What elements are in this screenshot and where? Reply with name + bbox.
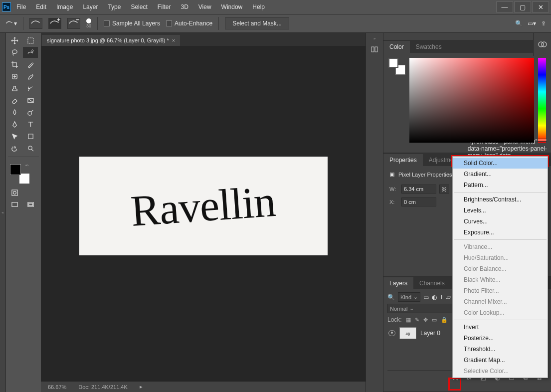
collapse-panels-icon[interactable]: » (383, 33, 551, 40)
menu-curves[interactable]: Curves... (453, 216, 548, 227)
sample-all-layers-checkbox[interactable]: Sample All Layers (104, 20, 160, 27)
width-input[interactable] (401, 185, 436, 194)
menu-solid-color[interactable]: Solid Color... (453, 158, 548, 169)
layers-tab[interactable]: Layers (383, 277, 413, 289)
swap-colors-icon[interactable]: ⤺ (25, 163, 29, 168)
search-icon[interactable]: 🔍 (515, 20, 523, 27)
properties-tab[interactable]: Properties (383, 154, 423, 166)
lock-brush-icon[interactable]: ✎ (415, 317, 419, 323)
layer-filter-kind[interactable]: Kind⌄ (398, 292, 420, 302)
menu-gradient-map[interactable]: Gradient Map... (453, 355, 548, 366)
menu-image[interactable]: Image (52, 1, 77, 12)
crop-tool-icon[interactable] (7, 59, 22, 70)
menu-selective-color[interactable]: Selective Color... (453, 366, 548, 377)
menu-file[interactable]: File (12, 1, 30, 12)
close-button[interactable]: ✕ (532, 1, 549, 12)
color-tab[interactable]: Color (383, 41, 410, 53)
menu-black-white[interactable]: Black White... (453, 274, 548, 285)
menu-vibrance[interactable]: Vibrance... (453, 241, 548, 252)
hue-slider[interactable] (538, 58, 546, 143)
brush-size-preview[interactable]: 30 (86, 18, 91, 28)
filter-shape-icon[interactable]: ▱ (446, 294, 451, 301)
quick-selection-tool-icon[interactable] (23, 47, 38, 58)
menu-hue-saturation[interactable]: Hue/Saturation... (453, 252, 548, 263)
lock-all-icon[interactable]: 🔒 (441, 317, 448, 323)
color-panel-fg-swatch[interactable] (388, 58, 398, 68)
menu-exposure[interactable]: Exposure... (453, 227, 548, 238)
filter-type-icon[interactable]: T (440, 294, 443, 301)
color-panel-fgbg[interactable] (388, 58, 405, 75)
menu-channel-mixer[interactable]: Channel Mixer... (453, 296, 548, 307)
cc-libraries-icon[interactable] (533, 33, 551, 56)
hand-tool-icon[interactable] (7, 143, 22, 154)
eraser-tool-icon[interactable] (7, 95, 22, 106)
dodge-tool-icon[interactable] (23, 107, 38, 118)
zoom-tool-icon[interactable] (23, 143, 38, 154)
brush-tool-icon[interactable] (23, 71, 38, 82)
eyedropper-tool-icon[interactable] (23, 59, 38, 70)
select-and-mask-button[interactable]: Select and Mask... (225, 17, 289, 29)
menu-window[interactable]: Window (217, 1, 247, 12)
menu-posterize[interactable]: Posterize... (453, 333, 548, 344)
screen-mode-alt-icon[interactable] (23, 199, 38, 210)
x-input[interactable] (401, 197, 436, 206)
menu-color-lookup[interactable]: Color Lookup... (453, 307, 548, 318)
link-wh-icon[interactable]: ⛓ (439, 185, 449, 194)
filter-adjust-icon[interactable]: ◐ (432, 294, 437, 301)
history-panel-icon[interactable] (366, 42, 383, 57)
move-tool-icon[interactable] (7, 35, 22, 46)
layer-visibility-icon[interactable] (388, 330, 395, 336)
menu-gradient[interactable]: Gradient... (453, 169, 548, 180)
menu-color-balance[interactable]: Color Balance... (453, 263, 548, 274)
menu-layer[interactable]: Layer (78, 1, 102, 12)
screen-mode-icon[interactable] (7, 199, 22, 210)
share-icon[interactable]: ⇪ (541, 20, 546, 27)
menu-brightness-contrast[interactable]: Brightness/Contrast... (453, 194, 548, 205)
menu-type[interactable]: Type (103, 1, 125, 12)
menu-pattern[interactable]: Pattern... (453, 180, 548, 191)
collapse-strip-icon[interactable]: » (366, 35, 383, 42)
menu-invert[interactable]: Invert (453, 322, 548, 333)
channels-tab[interactable]: Channels (413, 277, 451, 289)
menu-view[interactable]: View (194, 1, 216, 12)
history-brush-tool-icon[interactable] (23, 83, 38, 94)
menu-photo-filter[interactable]: Photo Filter... (453, 285, 548, 296)
path-selection-tool-icon[interactable] (7, 131, 22, 142)
lock-artboard-icon[interactable]: ▭ (432, 317, 437, 323)
new-selection-icon[interactable] (29, 18, 42, 29)
current-tool-icon[interactable]: ▾ (5, 18, 17, 28)
stamp-tool-icon[interactable] (7, 83, 22, 94)
pen-tool-icon[interactable] (7, 119, 22, 130)
swatches-tab[interactable]: Swatches (410, 41, 448, 53)
shape-tool-icon[interactable] (23, 131, 38, 142)
quick-mask-icon[interactable] (7, 187, 22, 198)
collapse-tools-icon[interactable]: « (0, 33, 6, 392)
foreground-background-colors[interactable]: ⤺ (10, 164, 30, 184)
menu-levels[interactable]: Levels... (453, 205, 548, 216)
canvas-viewport[interactable]: Ravellin (41, 46, 366, 381)
menu-3d[interactable]: 3D (176, 1, 192, 12)
menu-help[interactable]: Help (248, 1, 269, 12)
filter-pixel-icon[interactable]: ▭ (423, 294, 429, 301)
blur-tool-icon[interactable] (7, 107, 22, 118)
subtract-selection-icon[interactable] (67, 18, 80, 29)
status-arrow-icon[interactable]: ▸ (140, 384, 143, 390)
auto-enhance-checkbox[interactable]: Auto-Enhance (166, 20, 212, 27)
add-selection-icon[interactable] (48, 18, 61, 29)
marquee-tool-icon[interactable] (23, 35, 38, 46)
healing-tool-icon[interactable] (7, 71, 22, 82)
menu-edit[interactable]: Edit (31, 1, 51, 12)
type-tool-icon[interactable] (23, 119, 38, 130)
menu-select[interactable]: Select (126, 1, 152, 12)
lock-position-icon[interactable]: ✥ (423, 317, 428, 323)
maximize-button[interactable]: ▢ (514, 1, 531, 12)
zoom-level[interactable]: 66.67% (48, 384, 66, 390)
menu-filter[interactable]: Filter (153, 1, 176, 12)
workspace-switcher-icon[interactable]: ▭▾ (528, 20, 536, 27)
document-tab[interactable]: signature photo 3.jpg @ 66.7% (Layer 0, … (42, 35, 180, 46)
lock-pixels-icon[interactable]: ▦ (406, 317, 411, 323)
saturation-box[interactable] (409, 58, 534, 143)
foreground-color-swatch[interactable] (10, 164, 21, 175)
minimize-button[interactable]: — (496, 1, 513, 12)
menu-threshold[interactable]: Threshold... (453, 344, 548, 355)
